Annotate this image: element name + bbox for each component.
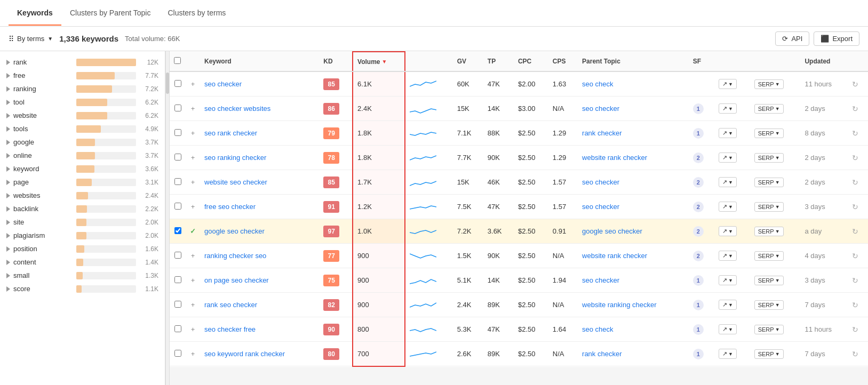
sidebar-item[interactable]: ranking 7.2K: [0, 82, 165, 95]
plus-icon[interactable]: +: [191, 276, 195, 284]
sidebar-item[interactable]: free 7.7K: [0, 69, 165, 82]
parent-topic-link[interactable]: seo checker: [582, 203, 619, 211]
row-checkbox[interactable]: [174, 203, 181, 210]
expand-cell[interactable]: ✓: [186, 219, 200, 244]
sidebar-item[interactable]: small 1.3K: [0, 269, 165, 282]
keyword-link[interactable]: rank seo checker: [204, 301, 257, 309]
refresh-cell[interactable]: ↻: [848, 71, 868, 97]
col-header-kd[interactable]: KD: [319, 52, 353, 71]
sidebar-item[interactable]: position 1.6K: [0, 242, 165, 255]
col-header-keyword[interactable]: Keyword: [200, 52, 319, 71]
row-checkbox[interactable]: [174, 105, 181, 111]
parent-topic-link[interactable]: seo checker: [582, 276, 619, 284]
parent-topic-link[interactable]: website rank checker: [582, 154, 647, 162]
sidebar-item[interactable]: plagiarism 2.0K: [0, 229, 165, 242]
serp-dropdown[interactable]: SERP ▼: [754, 227, 784, 236]
row-checkbox-cell[interactable]: [170, 71, 186, 97]
expand-cell[interactable]: +: [186, 97, 200, 121]
parent-topic-link[interactable]: rank checker: [582, 350, 622, 358]
trend-button[interactable]: ↗ ▼: [719, 79, 737, 89]
serp-dropdown[interactable]: SERP ▼: [754, 349, 784, 359]
expand-cell[interactable]: +: [186, 146, 200, 170]
refresh-cell[interactable]: ↻: [848, 170, 868, 195]
plus-icon[interactable]: +: [191, 252, 195, 260]
row-checkbox[interactable]: [174, 325, 181, 332]
row-checkbox-cell[interactable]: [170, 268, 186, 293]
refresh-icon[interactable]: ↻: [852, 203, 858, 211]
serp-dropdown[interactable]: SERP ▼: [754, 153, 784, 163]
select-all-checkbox[interactable]: [174, 57, 181, 64]
volume-sort[interactable]: Volume ▼: [357, 58, 387, 66]
trend-button[interactable]: ↗ ▼: [719, 324, 737, 334]
expand-cell[interactable]: +: [186, 195, 200, 219]
sidebar-item[interactable]: tool 6.2K: [0, 95, 165, 109]
refresh-cell[interactable]: ↻: [848, 219, 868, 244]
sidebar-item[interactable]: websites 2.4K: [0, 189, 165, 202]
trend-button[interactable]: ↗ ▼: [719, 177, 737, 187]
col-header-cps[interactable]: CPS: [548, 52, 578, 71]
trend-button[interactable]: ↗ ▼: [719, 300, 737, 310]
col-header-checkbox[interactable]: [170, 52, 186, 71]
row-checkbox-cell[interactable]: [170, 219, 186, 244]
refresh-icon[interactable]: ↻: [852, 276, 858, 285]
refresh-icon[interactable]: ↻: [852, 301, 858, 309]
sidebar-item[interactable]: online 3.7K: [0, 149, 165, 162]
refresh-cell[interactable]: ↻: [848, 244, 868, 268]
sidebar-item[interactable]: page 3.1K: [0, 175, 165, 189]
row-checkbox[interactable]: [174, 276, 181, 283]
trend-button[interactable]: ↗ ▼: [719, 349, 737, 359]
parent-topic-link[interactable]: google seo checker: [582, 227, 642, 235]
expand-cell[interactable]: +: [186, 342, 200, 366]
row-checkbox[interactable]: [174, 80, 181, 87]
keyword-link[interactable]: free seo checker: [204, 203, 256, 211]
sidebar-item[interactable]: backlink 2.2K: [0, 202, 165, 215]
col-header-sf[interactable]: SF: [689, 52, 714, 71]
trend-button[interactable]: ↗ ▼: [719, 128, 737, 138]
trend-button[interactable]: ↗ ▼: [719, 226, 737, 236]
row-checkbox-cell[interactable]: [170, 97, 186, 121]
keyword-link[interactable]: on page seo checker: [204, 276, 269, 284]
sidebar-item[interactable]: content 1.4K: [0, 255, 165, 269]
plus-icon[interactable]: +: [191, 203, 195, 211]
serp-dropdown[interactable]: SERP ▼: [754, 251, 784, 261]
refresh-icon[interactable]: ↻: [852, 227, 858, 236]
keyword-link[interactable]: seo ranking checker: [204, 154, 266, 162]
tab-clusters-terms[interactable]: Clusters by terms: [159, 1, 234, 26]
parent-topic-link[interactable]: seo check: [582, 80, 614, 88]
refresh-icon[interactable]: ↻: [852, 350, 858, 358]
refresh-cell[interactable]: ↻: [848, 121, 868, 146]
refresh-icon[interactable]: ↻: [852, 325, 858, 334]
trend-button[interactable]: ↗ ▼: [719, 103, 737, 114]
keyword-link[interactable]: seo checker websites: [204, 105, 270, 113]
row-checkbox[interactable]: [174, 252, 181, 259]
plus-icon[interactable]: +: [191, 105, 195, 113]
trend-button[interactable]: ↗ ▼: [719, 153, 737, 163]
refresh-icon[interactable]: ↻: [852, 154, 858, 162]
expand-cell[interactable]: +: [186, 170, 200, 195]
row-checkbox-cell[interactable]: [170, 121, 186, 146]
parent-topic-link[interactable]: website ranking checker: [582, 301, 656, 309]
parent-topic-link[interactable]: seo check: [582, 325, 614, 333]
sidebar-item[interactable]: site 2.0K: [0, 215, 165, 229]
by-terms-button[interactable]: ⠿ By terms ▼: [9, 35, 53, 43]
col-header-gv[interactable]: GV: [453, 52, 483, 71]
serp-dropdown[interactable]: SERP ▼: [754, 129, 784, 138]
sidebar-scrollbar[interactable]: [165, 51, 170, 385]
expand-cell[interactable]: +: [186, 121, 200, 146]
parent-topic-link[interactable]: rank checker: [582, 129, 622, 137]
api-button[interactable]: ⟳ API: [775, 31, 809, 46]
trend-button[interactable]: ↗ ▼: [719, 251, 737, 261]
refresh-cell[interactable]: ↻: [848, 268, 868, 293]
keyword-link[interactable]: seo keyword rank checker: [204, 350, 285, 358]
refresh-icon[interactable]: ↻: [852, 178, 858, 187]
serp-dropdown[interactable]: SERP ▼: [754, 104, 784, 114]
row-checkbox[interactable]: [174, 350, 181, 357]
serp-dropdown[interactable]: SERP ▼: [754, 79, 784, 89]
tab-keywords[interactable]: Keywords: [9, 1, 61, 26]
trend-button[interactable]: ↗ ▼: [719, 202, 737, 212]
refresh-icon[interactable]: ↻: [852, 80, 858, 89]
expand-cell[interactable]: +: [186, 71, 200, 97]
serp-dropdown[interactable]: SERP ▼: [754, 325, 784, 334]
row-checkbox-cell[interactable]: [170, 293, 186, 317]
parent-topic-link[interactable]: seo checker: [582, 105, 619, 113]
